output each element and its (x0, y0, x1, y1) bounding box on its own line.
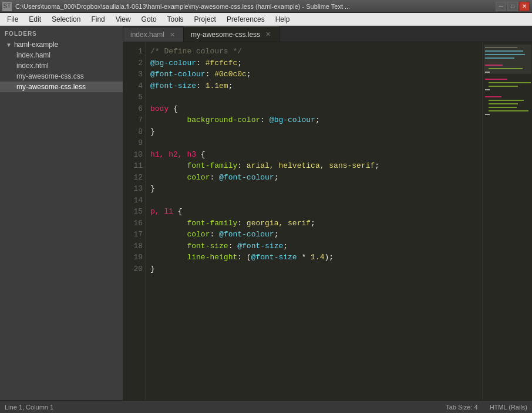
code-line-6: body { (150, 103, 477, 115)
tab-my-awesome-css-less[interactable]: my-awesome-css.less ✕ (184, 26, 280, 42)
svg-rect-15 (489, 107, 517, 108)
line-num: 5 (126, 92, 143, 103)
line-num: 15 (126, 206, 143, 218)
title-left: ST C:\Users\tuoma_000\Dropbox\sauliala.f… (2, 2, 350, 11)
menu-help[interactable]: Help (271, 14, 295, 25)
tabs-bar: index.haml ✕ my-awesome-css.less ✕ (123, 26, 532, 42)
line-num: 6 (126, 103, 143, 115)
line-num: 7 (126, 114, 143, 126)
main-layout: FOLDERS ▼ haml-example index.haml index.… (0, 26, 532, 400)
menu-view[interactable]: View (111, 14, 136, 25)
code-line-1: /* Define colours */ (150, 46, 477, 57)
status-bar: Line 1, Column 1 Tab Size: 4 HTML (Rails… (0, 400, 532, 413)
line-num: 14 (126, 195, 143, 206)
menu-preferences[interactable]: Preferences (222, 14, 270, 25)
code-line-14 (150, 195, 477, 206)
svg-rect-10 (489, 86, 518, 87)
title-controls: ─ □ ✕ (496, 2, 530, 11)
folder-arrow-icon: ▼ (6, 42, 12, 48)
code-area: 1 2 3 4 5 6 7 8 9 10 11 12 13 14 15 16 1… (123, 42, 532, 400)
code-line-15: p, li { (150, 206, 477, 218)
code-line-3: @font-colour: #0c0c0c; (150, 69, 477, 80)
tab-label-index-haml: index.haml (130, 31, 164, 39)
code-line-2: @bg-colour: #fcfcfc; (150, 57, 477, 69)
sidebar-file-my-awesome-css-less[interactable]: my-awesome-css.less (0, 82, 123, 92)
svg-rect-11 (485, 89, 490, 90)
tab-index-haml[interactable]: index.haml ✕ (123, 28, 184, 42)
minimize-button[interactable]: ─ (496, 2, 506, 11)
line-num: 3 (126, 69, 143, 80)
menu-edit[interactable]: Edit (24, 14, 46, 25)
menu-selection[interactable]: Selection (47, 14, 85, 25)
menu-project[interactable]: Project (190, 14, 221, 25)
maximize-button[interactable]: □ (507, 2, 518, 11)
menu-bar: File Edit Selection Find View Goto Tools… (0, 13, 532, 26)
code-line-20: } (150, 263, 477, 275)
line-num: 2 (126, 57, 143, 69)
root-folder-name: haml-example (14, 40, 58, 49)
svg-rect-18 (484, 45, 531, 74)
svg-rect-12 (485, 96, 501, 97)
line-numbers: 1 2 3 4 5 6 7 8 9 10 11 12 13 14 15 16 1… (123, 42, 146, 400)
code-line-11: font-family: arial, helvetica, sans-seri… (150, 160, 477, 172)
line-num: 1 (126, 46, 143, 57)
code-line-7: background-color: @bg-colour; (150, 114, 477, 126)
tab-close-my-awesome-css-less[interactable]: ✕ (264, 31, 272, 39)
svg-rect-13 (489, 100, 524, 101)
code-line-8: } (150, 126, 477, 138)
code-line-19: line-height: (@font-size * 1.4); (150, 252, 477, 263)
code-line-4: @font-size: 1.1em; (150, 80, 477, 92)
code-line-9 (150, 137, 477, 149)
line-num: 10 (126, 149, 143, 161)
editor-area: index.haml ✕ my-awesome-css.less ✕ 1 2 3… (123, 26, 532, 400)
svg-rect-17 (485, 114, 490, 115)
status-position: Line 1, Column 1 (5, 404, 53, 411)
tab-label-my-awesome-css-less: my-awesome-css.less (191, 31, 260, 39)
sidebar-file-index-haml[interactable]: index.haml (0, 50, 123, 60)
folder-root[interactable]: ▼ haml-example (0, 39, 123, 50)
line-num: 13 (126, 183, 143, 195)
line-num: 19 (126, 252, 143, 263)
minimap (482, 42, 532, 400)
svg-rect-14 (489, 103, 518, 104)
status-syntax: HTML (Rails) (490, 404, 527, 411)
code-line-12: color: @font-colour; (150, 172, 477, 184)
menu-find[interactable]: Find (86, 14, 109, 25)
code-line-13: } (150, 183, 477, 195)
svg-rect-8 (485, 79, 507, 80)
minimap-inner (483, 42, 532, 153)
close-button[interactable]: ✕ (519, 2, 530, 11)
line-num: 4 (126, 80, 143, 92)
sidebar: FOLDERS ▼ haml-example index.haml index.… (0, 26, 123, 400)
tab-close-index-haml[interactable]: ✕ (168, 31, 176, 39)
line-num: 16 (126, 218, 143, 229)
svg-rect-9 (489, 82, 531, 83)
sidebar-file-my-awesome-css-css[interactable]: my-awesome-css.css (0, 71, 123, 82)
line-num: 17 (126, 229, 143, 241)
app-icon: ST (2, 2, 12, 11)
svg-rect-16 (489, 110, 528, 111)
menu-file[interactable]: File (2, 14, 23, 25)
code-line-18: font-size: @font-size; (150, 241, 477, 252)
title-text: C:\Users\tuoma_000\Dropbox\sauliala.fi-0… (15, 3, 350, 10)
line-num: 11 (126, 160, 143, 172)
code-content[interactable]: /* Define colours */ @bg-colour: #fcfcfc… (146, 42, 482, 400)
sidebar-file-index-html[interactable]: index.html (0, 60, 123, 71)
folders-label: FOLDERS (0, 28, 123, 39)
code-line-10: h1, h2, h3 { (150, 149, 477, 161)
code-line-17: color: @font-colour; (150, 229, 477, 241)
menu-tools[interactable]: Tools (163, 14, 188, 25)
code-line-5 (150, 92, 477, 103)
status-tab-size: Tab Size: 4 (446, 404, 477, 411)
code-line-16: font-family: georgia, serif; (150, 218, 477, 229)
line-num: 12 (126, 172, 143, 184)
line-num: 8 (126, 126, 143, 138)
title-bar: ST C:\Users\tuoma_000\Dropbox\sauliala.f… (0, 0, 532, 13)
line-num: 20 (126, 263, 143, 275)
line-num: 9 (126, 137, 143, 149)
menu-goto[interactable]: Goto (137, 14, 161, 25)
line-num: 18 (126, 241, 143, 252)
